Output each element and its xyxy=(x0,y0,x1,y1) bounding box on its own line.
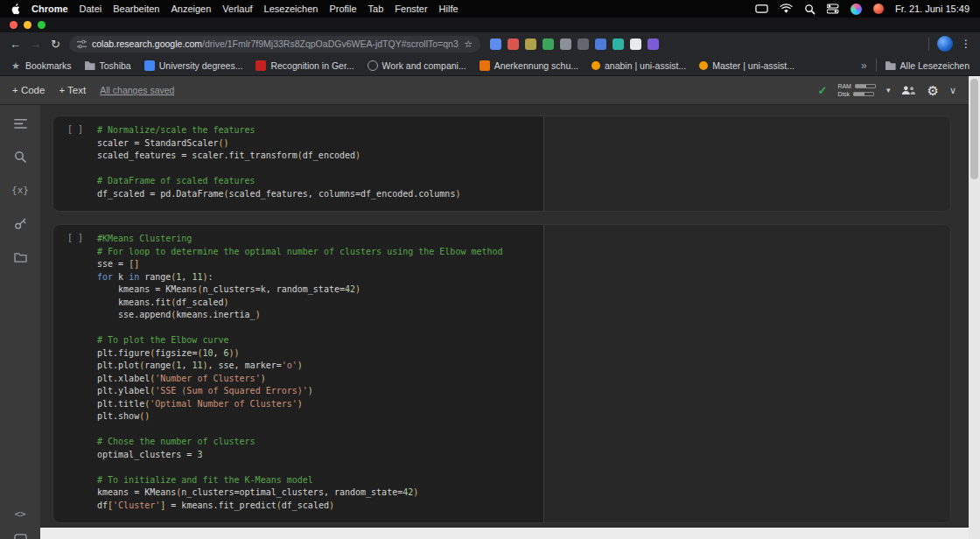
menu-app-name[interactable]: Chrome xyxy=(32,4,68,14)
bookmark-star-icon[interactable]: ☆ xyxy=(464,39,472,49)
cell-gutter: [ ] xyxy=(53,116,97,211)
menu-item-fenster[interactable]: Fenster xyxy=(395,4,427,14)
scrollbar-thumb[interactable] xyxy=(970,79,978,179)
url-domain: colab.research.google.com xyxy=(92,38,202,49)
bookmark-items: ★BookmarksToshibaUniversity degrees...Re… xyxy=(10,60,808,71)
display-icon[interactable] xyxy=(755,4,768,14)
window-close-button[interactable] xyxy=(10,21,18,29)
bookmarks-overflow-button[interactable]: » xyxy=(861,60,867,72)
menu-item-tab[interactable]: Tab xyxy=(368,4,384,14)
connected-check-icon: ✓ xyxy=(817,84,827,97)
extension-icon[interactable] xyxy=(542,38,554,50)
chrome-tabstrip xyxy=(0,18,980,32)
bookmark-item[interactable]: Recognition in Ger... xyxy=(256,60,354,71)
cell-run-button[interactable]: [ ] xyxy=(53,124,97,134)
page-scrollbar[interactable] xyxy=(969,76,980,539)
collapse-chevron-icon[interactable]: ∨ xyxy=(949,86,956,95)
sidebar-item-files-folder-icon[interactable] xyxy=(11,248,29,264)
reload-button[interactable]: ↻ xyxy=(49,38,62,50)
menu-item-bearbeiten[interactable]: Bearbeiten xyxy=(113,4,159,14)
cell-code[interactable]: # Normalize/scale the featuresscaler = S… xyxy=(97,116,460,211)
extension-icon[interactable] xyxy=(525,38,536,50)
site-settings-icon[interactable] xyxy=(77,39,87,49)
navbar-divider xyxy=(928,38,929,51)
add-code-button[interactable]: + Code xyxy=(12,85,45,95)
add-text-button[interactable]: + Text xyxy=(59,85,86,95)
extension-icon[interactable] xyxy=(508,38,519,50)
control-center-icon[interactable] xyxy=(827,4,839,14)
resources-dropdown-icon[interactable]: ▾ xyxy=(886,87,891,94)
bookmark-item[interactable]: Toshiba xyxy=(85,60,131,71)
menu-items: DateiBearbeitenAnzeigenVerlaufLesezeiche… xyxy=(80,4,458,14)
bookmarks-divider xyxy=(876,59,877,72)
bookmark-label: anabin | uni-assist... xyxy=(605,60,686,71)
all-bookmarks-button[interactable]: Alle Lesezeichen xyxy=(886,60,970,71)
square-icon xyxy=(256,60,266,71)
save-status-link[interactable]: All changes saved xyxy=(100,85,174,95)
wifi-icon[interactable] xyxy=(780,4,793,14)
star-icon: ★ xyxy=(10,60,21,71)
back-button[interactable]: ← xyxy=(9,38,22,50)
code-cell: [ ] # Normalize/scale the featuresscaler… xyxy=(52,116,951,212)
menu-item-verlauf[interactable]: Verlauf xyxy=(222,4,252,14)
extension-icon[interactable] xyxy=(578,38,589,50)
url-path: /drive/1Fmlr7f9Mj33Rs8ZqpOaDGv6WEA-jdTQY… xyxy=(202,38,458,49)
forward-button[interactable]: → xyxy=(29,38,42,50)
extension-icon[interactable] xyxy=(560,38,571,50)
cell-right-panel xyxy=(543,225,950,522)
apple-logo-icon[interactable] xyxy=(10,3,20,15)
share-people-icon[interactable] xyxy=(900,85,916,96)
extension-icon[interactable] xyxy=(648,38,659,50)
notebook-area: [ ] # Normalize/scale the featuresscaler… xyxy=(40,105,969,539)
sidebar-item-search[interactable] xyxy=(11,149,29,164)
sidebar-item-secrets-key-icon[interactable] xyxy=(11,215,29,231)
settings-gear-icon[interactable]: ⚙ xyxy=(927,84,938,97)
bookmark-item[interactable]: Anerkennung schu... xyxy=(480,60,578,71)
menubar-app-icon[interactable] xyxy=(873,4,884,14)
menu-item-lesezeichen[interactable]: Lesezeichen xyxy=(264,4,318,14)
extension-icon[interactable] xyxy=(595,38,606,50)
menu-item-anzeigen[interactable]: Anzeigen xyxy=(171,4,211,14)
square-icon xyxy=(144,60,155,71)
chrome-menu-icon[interactable]: ⋮ xyxy=(961,38,971,49)
sidebar-item-toc[interactable] xyxy=(11,116,29,131)
disk-bar xyxy=(853,92,874,96)
colab-sidebar: {x} <> xyxy=(0,105,40,539)
square-icon xyxy=(480,60,490,71)
cell-gutter: [ ] xyxy=(53,225,97,522)
bookmark-item[interactable]: ★Bookmarks xyxy=(10,60,72,71)
bookmarks-right: » Alle Lesezeichen xyxy=(861,59,970,72)
code-cell: [ ] #KMeans Clustering# For loop to dete… xyxy=(52,224,951,523)
profile-avatar[interactable] xyxy=(937,36,953,52)
extension-icon[interactable] xyxy=(630,38,641,50)
chrome-navbar: ← → ↻ colab.research.google.com/drive/1F… xyxy=(0,32,980,55)
siri-icon[interactable] xyxy=(850,4,862,15)
extension-icon[interactable] xyxy=(490,38,501,50)
bookmarks-bar: ★BookmarksToshibaUniversity degrees...Re… xyxy=(0,55,980,76)
omnibox[interactable]: colab.research.google.com/drive/1Fmlr7f9… xyxy=(69,36,480,52)
colab-toolbar-right: ✓ RAM Disk ▾ ⚙ ∨ xyxy=(817,83,956,97)
bookmark-item[interactable]: Master | uni-assist... xyxy=(699,60,794,71)
menu-item-hilfe[interactable]: Hilfe xyxy=(439,4,458,14)
window-minimize-button[interactable] xyxy=(24,21,32,29)
bookmark-item[interactable]: anabin | uni-assist... xyxy=(592,60,686,71)
cell-code[interactable]: #KMeans Clustering# For loop to determin… xyxy=(97,225,503,522)
menubar-clock[interactable]: Fr. 21. Juni 15:49 xyxy=(895,4,970,14)
bookmark-label: University degrees... xyxy=(159,60,243,71)
folder-icon xyxy=(85,60,95,71)
folder-icon xyxy=(886,60,896,71)
sidebar-item-terminal[interactable] xyxy=(11,532,29,539)
sidebar-item-variables[interactable]: {x} xyxy=(11,182,29,198)
bookmark-item[interactable]: Work and compani... xyxy=(368,60,466,71)
sidebar-bottom: <> xyxy=(0,506,40,539)
menu-item-profile[interactable]: Profile xyxy=(329,4,356,14)
cell-run-button[interactable]: [ ] xyxy=(53,233,97,242)
window-zoom-button[interactable] xyxy=(38,21,46,29)
extension-icon[interactable] xyxy=(612,38,624,50)
resources-gauge[interactable]: RAM Disk xyxy=(837,83,876,97)
colab-body: {x} <> [ ] # Normalize/scale the feature… xyxy=(0,105,969,539)
bookmark-item[interactable]: University degrees... xyxy=(144,60,243,71)
menu-item-datei[interactable]: Datei xyxy=(80,4,102,14)
sidebar-item-snippets[interactable]: <> xyxy=(11,506,29,522)
spotlight-search-icon[interactable] xyxy=(804,4,816,15)
